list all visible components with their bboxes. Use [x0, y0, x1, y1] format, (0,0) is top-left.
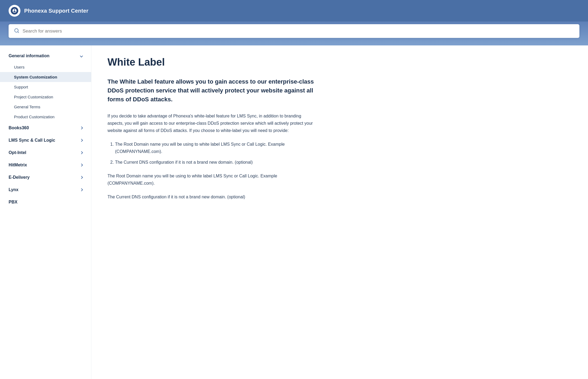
search-icon — [14, 28, 19, 34]
header-title: Phonexa Support Center — [24, 8, 88, 14]
body-paragraph-1: If you decide to take advantage of Phone… — [107, 112, 317, 134]
sidebar-section-general: General information Users System Customi… — [0, 50, 91, 122]
search-section — [0, 22, 588, 45]
chevron-right-icon — [80, 151, 83, 154]
chevron-right-icon — [80, 126, 83, 129]
sidebar-sub-item-product-customization[interactable]: Product Customization — [0, 112, 91, 122]
sidebar: General information Users System Customi… — [0, 45, 91, 379]
logo[interactable] — [9, 5, 20, 17]
sidebar-sub-items-general: Users System Customization Support Proje… — [0, 62, 91, 122]
sidebar-sub-item-support[interactable]: Support — [0, 82, 91, 92]
chevron-right-icon — [80, 176, 83, 179]
sidebar-item-e-delivery[interactable]: E-Delivery — [0, 171, 91, 184]
chevron-down-icon — [80, 54, 83, 57]
sidebar-item-lynx[interactable]: Lynx — [0, 184, 91, 196]
chevron-right-icon — [80, 188, 83, 191]
sidebar-item-label: Opt-Intel — [9, 150, 26, 155]
chevron-right-icon — [80, 163, 83, 166]
feature-list: The Root Domain name you will be using t… — [107, 141, 317, 166]
sidebar-item-label: General information — [9, 53, 49, 58]
sidebar-item-books360[interactable]: Books360 — [0, 122, 91, 134]
body-paragraph-2: The Root Domain name you will be using t… — [107, 172, 317, 187]
sidebar-item-general-information[interactable]: General information — [0, 50, 91, 62]
sidebar-item-label: HitMetrix — [9, 163, 27, 167]
sidebar-item-hitmetrix[interactable]: HitMetrix — [0, 159, 91, 171]
chevron-right-icon — [80, 139, 83, 142]
page-title: White Label — [107, 56, 317, 69]
search-input[interactable] — [23, 28, 574, 34]
main-content: White Label The White Label feature allo… — [91, 45, 333, 379]
sidebar-item-opt-intel[interactable]: Opt-Intel — [0, 146, 91, 159]
sidebar-item-label: E-Delivery — [9, 175, 30, 180]
sidebar-item-label: PBX — [9, 200, 17, 205]
main-layout: General information Users System Customi… — [0, 45, 588, 379]
sidebar-item-label: Books360 — [9, 126, 29, 130]
sidebar-item-label: Lynx — [9, 187, 19, 192]
sidebar-item-label: LMS Sync & Call Logic — [9, 138, 55, 143]
sidebar-sub-item-project-customization[interactable]: Project Customization — [0, 92, 91, 102]
sidebar-sub-item-system-customization[interactable]: System Customization — [0, 72, 91, 82]
sidebar-item-pbx[interactable]: PBX — [0, 196, 91, 208]
sidebar-sub-item-users[interactable]: Users — [0, 62, 91, 72]
intro-paragraph: The White Label feature allows you to ga… — [107, 77, 317, 104]
svg-line-1 — [18, 32, 19, 33]
site-header: Phonexa Support Center — [0, 0, 588, 22]
list-item-1: The Root Domain name you will be using t… — [115, 141, 317, 155]
list-item-2: The Current DNS configuration if it is n… — [115, 159, 317, 166]
sidebar-sub-item-general-terms[interactable]: General Terms — [0, 102, 91, 112]
search-bar — [9, 24, 579, 38]
body-paragraph-3: The Current DNS configuration if it is n… — [107, 193, 317, 201]
sidebar-item-lms-sync[interactable]: LMS Sync & Call Logic — [0, 134, 91, 146]
